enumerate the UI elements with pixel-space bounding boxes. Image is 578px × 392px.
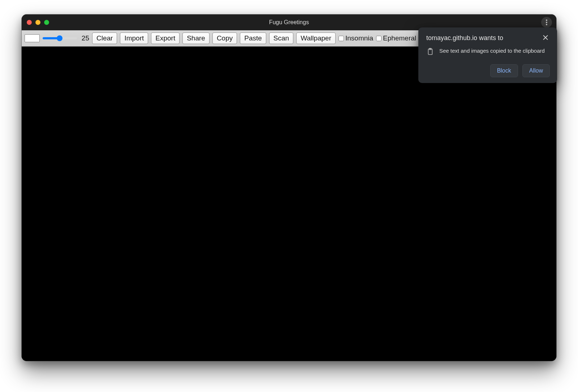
brush-size-slider[interactable] [43, 37, 77, 39]
vertical-dots-icon [546, 19, 547, 25]
checkbox-icon [376, 36, 381, 41]
ephemeral-label: Ephemeral [383, 34, 416, 42]
permission-header: tomayac.github.io wants to [426, 34, 550, 42]
copy-button[interactable]: Copy [212, 32, 237, 44]
window-title: Fugu Greetings [269, 19, 309, 26]
permission-body: See text and images copied to the clipbo… [426, 47, 550, 56]
overflow-menu-button[interactable] [541, 17, 552, 28]
insomnia-toggle[interactable]: Insomnia [338, 34, 373, 42]
insomnia-label: Insomnia [345, 34, 373, 42]
import-button[interactable]: Import [120, 32, 148, 44]
export-button[interactable]: Export [151, 32, 180, 44]
ephemeral-toggle[interactable]: Ephemeral [376, 34, 416, 42]
wallpaper-button[interactable]: Wallpaper [296, 32, 336, 44]
clipboard-icon [426, 48, 434, 56]
color-picker[interactable] [25, 34, 40, 42]
svg-point-2 [546, 24, 547, 25]
brush-size-value: 25 [80, 34, 89, 42]
minimize-window-button[interactable] [35, 20, 40, 25]
permission-actions: Block Allow [426, 64, 550, 77]
block-button[interactable]: Block [490, 64, 518, 77]
window-controls [27, 20, 49, 25]
permission-suffix: wants to [477, 34, 503, 42]
allow-button[interactable]: Allow [522, 64, 550, 77]
scan-button[interactable]: Scan [269, 32, 293, 44]
checkbox-icon [338, 36, 344, 41]
svg-point-1 [546, 22, 547, 23]
paste-button[interactable]: Paste [240, 32, 266, 44]
svg-point-0 [546, 19, 547, 21]
clear-button[interactable]: Clear [92, 32, 117, 44]
close-window-button[interactable] [27, 20, 32, 25]
permission-description: See text and images copied to the clipbo… [439, 47, 545, 55]
permission-close-button[interactable] [541, 33, 550, 42]
permission-origin: tomayac.github.io [426, 34, 477, 42]
drawing-canvas[interactable] [22, 47, 556, 361]
permission-title: tomayac.github.io wants to [426, 34, 503, 42]
fullscreen-window-button[interactable] [44, 20, 49, 25]
close-icon [543, 35, 548, 40]
share-button[interactable]: Share [182, 32, 210, 44]
permission-prompt: tomayac.github.io wants to See text and … [418, 27, 557, 83]
